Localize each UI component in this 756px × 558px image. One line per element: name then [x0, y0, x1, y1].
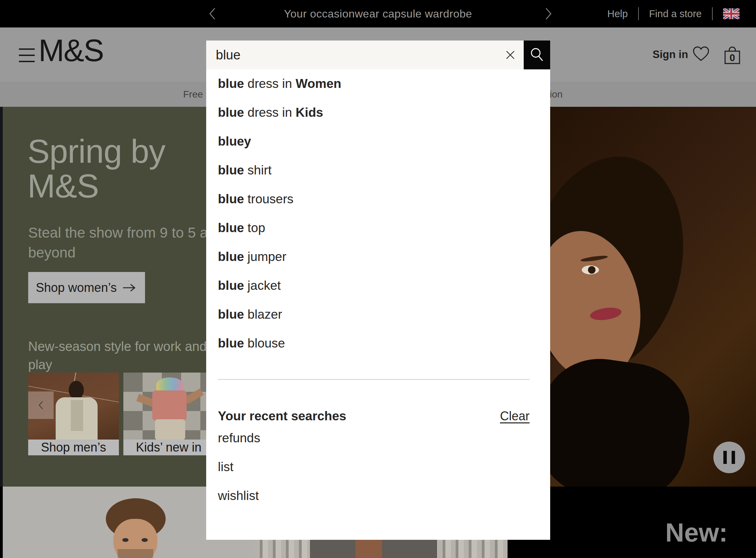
search-suggestion[interactable]: blue dress in Kids	[206, 98, 550, 127]
chevron-left-icon	[37, 400, 45, 410]
search-icon	[530, 47, 545, 62]
clear-recent-link[interactable]: Clear	[500, 409, 530, 423]
card-kids-caption: Kids’ new in	[123, 440, 214, 455]
shop-womens-button[interactable]: Shop women’s	[28, 272, 145, 303]
clear-search-icon[interactable]	[505, 50, 515, 60]
recent-searches-header: Your recent searches Clear	[218, 409, 530, 424]
mens-photo	[28, 373, 119, 440]
kids-photo	[123, 373, 214, 440]
pause-button[interactable]	[713, 442, 745, 473]
divider	[712, 7, 713, 20]
uk-flag-icon[interactable]	[723, 8, 740, 19]
dropdown-divider	[218, 379, 530, 380]
search-suggestion[interactable]: blue blouse	[206, 329, 550, 358]
hero-title: Spring byM&S	[27, 134, 165, 204]
utility-nav: Help Find a store	[607, 0, 740, 27]
card-kids-new-in[interactable]: Kids’ new in	[123, 373, 214, 455]
search-button[interactable]	[524, 41, 550, 69]
cards-prev-button[interactable]	[28, 391, 54, 419]
search-suggestion[interactable]: blue blazer	[206, 300, 550, 329]
shop-womens-label: Shop women’s	[36, 281, 116, 295]
card-mens-caption: Shop men’s	[28, 440, 119, 455]
search-suggestion[interactable]: blue jacket	[206, 271, 550, 300]
hero-tagline: New-season style for work and play	[28, 338, 221, 374]
sign-in-link[interactable]: Sign in	[653, 48, 688, 61]
search-bar: blue	[206, 41, 550, 69]
hero-cards: Shop men’s Kids’ new in	[28, 373, 214, 455]
recent-search-item[interactable]: wishlist	[206, 481, 550, 510]
recent-searches-title: Your recent searches	[218, 409, 346, 423]
search-suggestion[interactable]: blue trousers	[206, 185, 550, 214]
hero-subtitle: Steal the show from 9 to 5 and beyond	[28, 223, 234, 263]
search-suggestion[interactable]: blue dress in Women	[206, 69, 550, 98]
search-input[interactable]: blue	[206, 41, 524, 69]
new-section-title: New:	[665, 520, 728, 546]
recent-search-item[interactable]: list	[206, 453, 550, 481]
carousel-next-icon[interactable]	[544, 7, 553, 21]
search-suggestions-panel: blue dress in Womenblue dress in Kidsblu…	[206, 69, 550, 540]
search-suggestion[interactable]: blue top	[206, 214, 550, 242]
wishlist-heart-icon[interactable]	[692, 45, 710, 62]
ms-logo[interactable]: M&S	[38, 35, 103, 66]
help-link[interactable]: Help	[607, 8, 628, 20]
recent-searches-list: refundslistwishlist	[206, 424, 550, 510]
announcement-bar: Your occasionwear capsule wardrobe Help …	[0, 0, 756, 27]
arrow-right-icon	[122, 283, 137, 293]
divider	[638, 7, 639, 20]
menu-button[interactable]	[19, 48, 35, 63]
search-query-text: blue	[206, 48, 241, 62]
bag-icon[interactable]: 0	[723, 46, 742, 65]
promo-text-left: Free	[183, 82, 203, 107]
recent-search-item[interactable]: refunds	[206, 424, 550, 453]
hero-video	[550, 107, 756, 487]
find-store-link[interactable]: Find a store	[649, 8, 702, 20]
suggestions-list: blue dress in Womenblue dress in Kidsblu…	[206, 69, 550, 358]
card-shop-mens[interactable]: Shop men’s	[28, 373, 119, 455]
search-suggestion[interactable]: blue shirt	[206, 156, 550, 185]
search-suggestion[interactable]: bluey	[206, 127, 550, 156]
bag-count: 0	[725, 52, 740, 64]
search-suggestion[interactable]: blue jumper	[206, 242, 550, 271]
